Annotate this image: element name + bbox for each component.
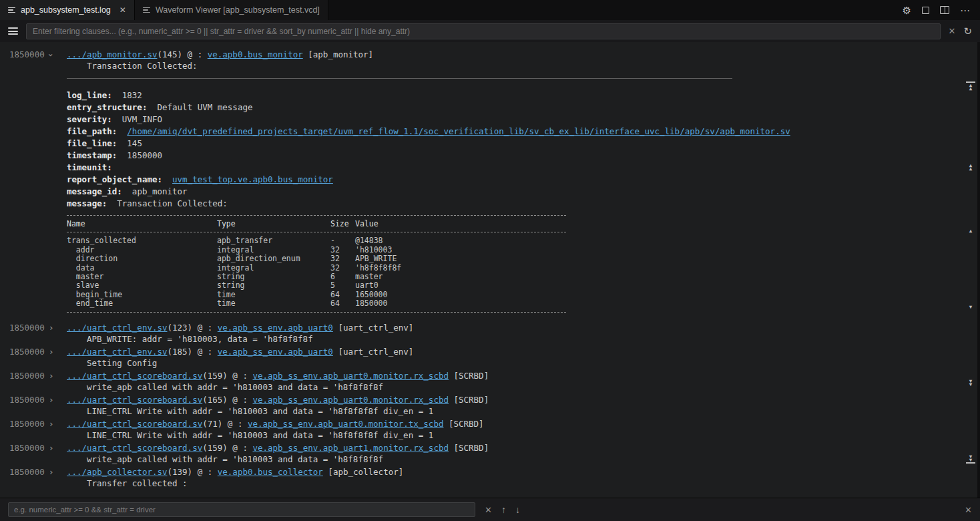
line-number: (139) @ : — [168, 467, 218, 477]
line-number: (145) @ : — [157, 49, 207, 59]
entry-gutter[interactable]: 1850000› — [0, 418, 67, 441]
log-entry[interactable]: 1850000› .../uart_ctrl_scoreboard.sv(159… — [0, 370, 980, 393]
entry-header: .../uart_ctrl_scoreboard.sv(159) @ : ve.… — [67, 442, 980, 454]
file-link[interactable]: .../uart_ctrl_scoreboard.sv — [67, 395, 202, 405]
transaction-table: Name Type Size Value trans_collected apb… — [67, 215, 980, 313]
log-entry-expanded[interactable]: 1850000› .../apb_monitor.sv(145) @ : ve.… — [0, 49, 980, 71]
table-row: trans_collected apb_transfer - @14838 — [67, 236, 980, 245]
entry-message: LINE_CTRL Write with addr = 'h810003 and… — [67, 405, 980, 417]
clear-find-icon[interactable]: ✕ — [485, 505, 492, 515]
log-entry[interactable]: 1850000› .../uart_ctrl_env.sv(185) @ : v… — [0, 346, 980, 369]
entry-message: Transaction Collected: — [67, 60, 980, 71]
log-entry[interactable]: 1850000› .../apb_collector.sv(139) @ : v… — [0, 466, 980, 489]
field-value: 1850000 — [127, 150, 162, 160]
refresh-icon[interactable]: ↻ — [963, 25, 972, 37]
find-previous-icon[interactable]: ↑ — [501, 504, 506, 515]
tab-waveform-viewer[interactable]: Waveform Viewer [apb_subsystem_test.vcd] — [135, 0, 328, 20]
clear-filter-icon[interactable]: ✕ — [949, 26, 956, 36]
entry-gutter[interactable]: 1850000› — [0, 394, 67, 417]
field-key: message_id: — [67, 186, 122, 196]
entry-gutter[interactable]: 1850000› — [0, 442, 67, 465]
object-path-link[interactable]: ve.apb_ss_env.apb_uart0 — [218, 323, 333, 333]
find-input[interactable] — [8, 502, 475, 517]
filter-input[interactable] — [26, 23, 941, 39]
field-key: entry_structure: — [67, 102, 147, 112]
detail-field: timeunit: — [67, 162, 980, 174]
field-value-link[interactable]: uvm_test_top.ve.apb0.bus_monitor — [172, 174, 333, 184]
entry-gutter[interactable]: 1850000› — [0, 322, 67, 345]
chevron-right-icon[interactable]: › — [49, 466, 54, 478]
table-separator — [67, 232, 566, 232]
entry-gutter[interactable]: 1850000› — [0, 346, 67, 369]
object-path-link[interactable]: ve.apb0.bus_collector — [218, 467, 323, 477]
object-path-link[interactable]: ve.apb_ss_env.apb_uart0 — [218, 347, 333, 357]
filter-bar: ✕ ↻ — [0, 20, 980, 42]
entry-header: .../uart_ctrl_scoreboard.sv(159) @ : ve.… — [67, 370, 980, 381]
file-link[interactable]: .../apb_collector.sv — [67, 467, 168, 477]
entry-gutter[interactable]: 1850000› — [0, 49, 67, 71]
timestamp: 1850000 — [9, 347, 45, 357]
page-up-icon[interactable]: ▲▲ — [966, 164, 975, 170]
field-value: UVM_INFO — [122, 114, 162, 124]
page-down-icon[interactable]: ▼▼ — [966, 379, 975, 386]
close-find-bar-icon[interactable]: ✕ — [965, 505, 972, 515]
close-tab-icon[interactable]: ✕ — [119, 5, 126, 15]
file-link[interactable]: .../apb_monitor.sv — [67, 49, 157, 59]
message-id-tag: [SCRBD] — [449, 443, 489, 453]
log-entry[interactable]: 1850000› .../uart_ctrl_env.sv(123) @ : v… — [0, 322, 980, 345]
log-entry[interactable]: 1850000› .../uart_ctrl_scoreboard.sv(159… — [0, 442, 980, 465]
tab-bar: apb_subsystem_test.log ✕ Waveform Viewer… — [0, 0, 980, 20]
log-entry[interactable]: 1850000› .../uart_ctrl_scoreboard.sv(71)… — [0, 418, 980, 441]
menu-icon[interactable] — [8, 27, 18, 35]
entry-header: .../uart_ctrl_scoreboard.sv(71) @ : ve.a… — [67, 418, 980, 429]
field-key: file_line: — [67, 138, 117, 148]
settings-gear-icon[interactable]: ⚙ — [903, 5, 911, 15]
line-number: (165) @ : — [202, 395, 252, 405]
message-id-tag: [uart_ctrl_env] — [333, 323, 413, 333]
file-link[interactable]: .../uart_ctrl_env.sv — [67, 323, 168, 333]
file-link[interactable]: .../uart_ctrl_scoreboard.sv — [67, 443, 202, 453]
split-editor-icon[interactable] — [940, 6, 949, 14]
chevron-right-icon[interactable]: › — [49, 322, 54, 333]
detail-top-rule — [67, 78, 732, 79]
chevron-right-icon[interactable]: › — [49, 418, 54, 429]
detail-fields: log_line: 1832 entry_structure: Default … — [67, 90, 980, 210]
entry-message: LINE_CTRL Write with addr = 'h810003 and… — [67, 429, 980, 441]
timestamp: 1850000 — [9, 419, 45, 429]
open-editor-icon[interactable] — [922, 7, 929, 14]
field-key: log_line: — [67, 90, 112, 100]
scroll-to-top-icon[interactable]: ▲▲ — [966, 81, 975, 90]
object-path-link[interactable]: ve.apb_ss_env.apb_uart0.monitor.rx_scbd — [252, 395, 449, 405]
waveform-file-icon — [143, 7, 151, 13]
chevron-right-icon[interactable]: › — [49, 370, 54, 381]
tab-log-file[interactable]: apb_subsystem_test.log ✕ — [0, 0, 135, 20]
file-link[interactable]: .../uart_ctrl_scoreboard.sv — [67, 419, 202, 429]
entry-gutter[interactable]: 1850000› — [0, 370, 67, 393]
detail-field: report_object_name: uvm_test_top.ve.apb0… — [67, 174, 980, 186]
chevron-right-icon[interactable]: › — [49, 394, 54, 405]
scroll-to-bottom-icon[interactable]: ▼▼ — [966, 455, 975, 464]
field-value-link[interactable]: /home/amiq/dvt_predefined_projects_targe… — [127, 126, 790, 136]
previous-icon[interactable]: ▲ — [966, 229, 975, 232]
scrollbar-track[interactable] — [977, 42, 980, 498]
next-icon[interactable]: ▼ — [966, 305, 975, 309]
chevron-right-icon[interactable]: › — [49, 442, 54, 454]
detail-field: timestamp: 1850000 — [67, 150, 980, 162]
tab-label: apb_subsystem_test.log — [21, 5, 111, 15]
detail-field: file_line: 145 — [67, 138, 980, 150]
chevron-right-icon[interactable]: › — [49, 346, 54, 357]
file-link[interactable]: .../uart_ctrl_env.sv — [67, 347, 168, 357]
chevron-down-icon[interactable]: › — [45, 53, 57, 58]
timestamp: 1850000 — [9, 323, 45, 333]
entry-header: .../uart_ctrl_env.sv(185) @ : ve.apb_ss_… — [67, 346, 980, 357]
find-next-icon[interactable]: ↓ — [515, 504, 520, 515]
object-path-link[interactable]: ve.apb_ss_env.apb_uart1.monitor.rx_scbd — [252, 443, 449, 453]
more-actions-icon[interactable]: ⋯ — [960, 5, 971, 15]
entry-gutter[interactable]: 1850000› — [0, 466, 67, 489]
object-path-link[interactable]: ve.apb_ss_env.apb_uart0.monitor.rx_scbd — [252, 371, 449, 381]
object-path-link[interactable]: ve.apb0.bus_monitor — [208, 49, 303, 59]
log-entry[interactable]: 1850000› .../uart_ctrl_scoreboard.sv(165… — [0, 394, 980, 417]
object-path-link[interactable]: ve.apb_ss_env.apb_uart0.monitor.tx_scbd — [248, 419, 444, 429]
file-link[interactable]: .../uart_ctrl_scoreboard.sv — [67, 371, 202, 381]
message-id-tag: [SCRBD] — [443, 419, 483, 429]
